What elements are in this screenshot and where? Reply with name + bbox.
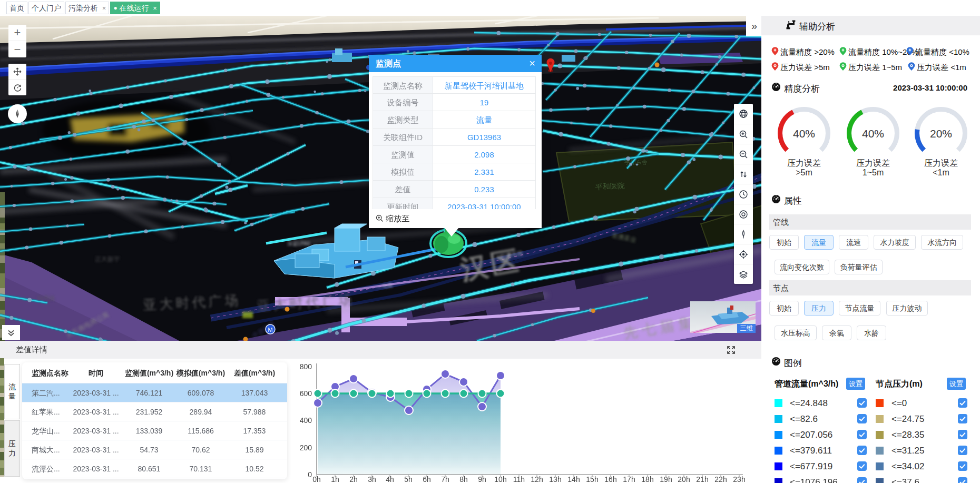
svg-text:19h: 19h	[660, 475, 672, 483]
svg-text:正大新宇: 正大新宇	[95, 255, 120, 263]
svg-text:5h: 5h	[404, 475, 413, 483]
svg-text:6h: 6h	[423, 475, 431, 483]
svg-text:0: 0	[308, 470, 312, 479]
svg-text:22h: 22h	[714, 475, 727, 483]
svg-text:12h: 12h	[531, 475, 543, 483]
svg-text:16h: 16h	[604, 475, 616, 483]
svg-text:4h: 4h	[386, 475, 394, 483]
svg-text:压力误差: 压力误差	[787, 159, 821, 167]
svg-text:20h: 20h	[678, 475, 690, 483]
svg-text:2h: 2h	[349, 475, 358, 483]
svg-text:23h: 23h	[733, 475, 745, 483]
svg-text:11h: 11h	[513, 475, 525, 483]
svg-text:15h: 15h	[586, 475, 598, 483]
svg-text:21h: 21h	[696, 475, 708, 483]
svg-text:压力误差: 压力误差	[924, 159, 958, 167]
svg-text:40%: 40%	[793, 127, 815, 140]
svg-text:平和医院: 平和医院	[595, 181, 625, 191]
svg-text:1h: 1h	[331, 475, 339, 483]
svg-text:200: 200	[300, 443, 312, 452]
svg-text:17h: 17h	[623, 475, 635, 483]
svg-text:1~5m: 1~5m	[863, 168, 884, 177]
svg-text:800: 800	[300, 362, 312, 371]
svg-text:压力误差: 压力误差	[856, 159, 890, 167]
svg-text:13h: 13h	[549, 475, 561, 483]
svg-text:10h: 10h	[494, 475, 506, 483]
svg-text:8h: 8h	[459, 475, 468, 483]
svg-text:7h: 7h	[441, 475, 449, 483]
svg-text:40%: 40%	[862, 127, 884, 140]
svg-text:0h: 0h	[312, 475, 321, 483]
svg-text:14h: 14h	[567, 475, 580, 483]
svg-text:18h: 18h	[641, 475, 653, 483]
svg-text:400: 400	[300, 416, 312, 425]
svg-text:3h: 3h	[368, 475, 376, 483]
svg-text:>5m: >5m	[796, 168, 812, 177]
svg-text:M: M	[268, 327, 272, 333]
svg-text:600: 600	[300, 389, 312, 398]
svg-text:20%: 20%	[930, 127, 952, 140]
svg-text:9h: 9h	[478, 475, 486, 483]
svg-text:<1m: <1m	[933, 168, 949, 177]
